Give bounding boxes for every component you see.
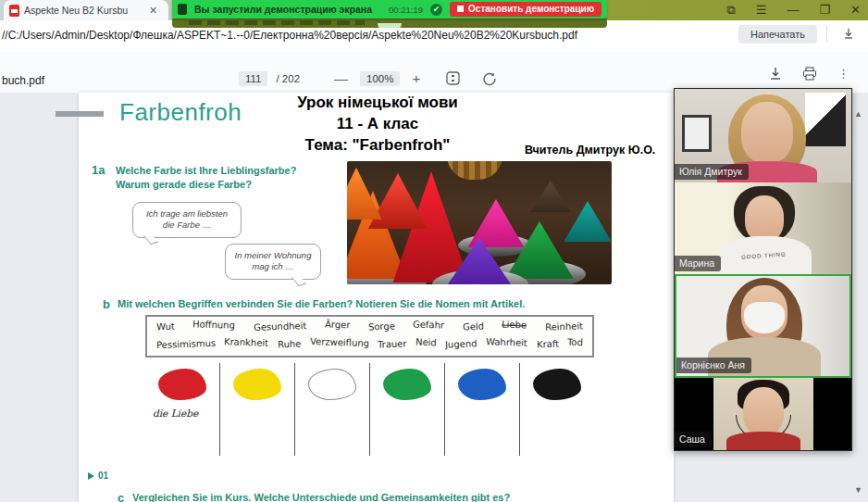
word-sorge: Sorge bbox=[368, 320, 395, 332]
word-box-row-2: PessimismusKrankheitRuheVerzweiflungTrau… bbox=[156, 338, 583, 356]
color-splat-4 bbox=[383, 369, 431, 400]
teacher-name: Вчитель Дмитрук Ю.О. bbox=[525, 144, 655, 157]
video-tile-yulia[interactable]: Юлія Дмитрук bbox=[675, 89, 851, 182]
tab-title: Aspekte Neu B2 Kursbu bbox=[24, 5, 144, 16]
close-window-icon[interactable]: ✕ bbox=[850, 2, 861, 19]
video-tile-sasha[interactable]: Саша bbox=[675, 378, 851, 450]
word-wut: Wut bbox=[156, 321, 175, 333]
speech-bubble-2: In meiner Wohnung mag ich … bbox=[225, 244, 321, 280]
pdf-favicon-icon bbox=[9, 5, 19, 17]
download-pdf-icon[interactable] bbox=[769, 67, 782, 81]
zoom-out-button[interactable]: — bbox=[330, 70, 352, 86]
color-column-1: die Liebe bbox=[145, 363, 220, 456]
exercise-1a-text: Welche Farbe ist Ihre Lieblingsfarbe? Wa… bbox=[116, 164, 338, 192]
download-page-icon[interactable] bbox=[842, 27, 855, 40]
word-pessimismus: Pessimismus bbox=[156, 338, 216, 350]
color-association-table: die Liebe bbox=[145, 363, 594, 456]
exercise-b-text: Mit welchen Begriffen verbinden Sie die … bbox=[118, 297, 617, 311]
word-hoffnung: Hoffnung bbox=[192, 319, 235, 331]
window-controls: ⧉ ☰ — ❐ ✕ bbox=[726, 2, 861, 19]
word-gesundheit: Gesundheit bbox=[254, 320, 307, 333]
zoom-in-button[interactable]: + bbox=[408, 70, 424, 86]
zoom-level[interactable]: 100% bbox=[360, 71, 400, 86]
security-shield-icon: ✔ bbox=[430, 4, 442, 16]
word-tod: Tod bbox=[567, 337, 583, 348]
video-tile-anya[interactable]: Корнієнко Аня bbox=[675, 274, 851, 378]
answer-example: die Liebe bbox=[153, 408, 198, 419]
minimize-icon[interactable]: — bbox=[787, 2, 799, 19]
participant-name: Марина bbox=[675, 256, 721, 271]
stop-icon bbox=[457, 6, 464, 12]
participants-panel: Юлія Дмитрук GOOD THING Марина Корнієнко… bbox=[674, 88, 852, 451]
exercise-c-text: Vergleichen Sie im Kurs. Welche Untersch… bbox=[132, 491, 632, 502]
color-column-2 bbox=[220, 363, 295, 456]
word-reinheit: Reinheit bbox=[545, 320, 583, 332]
color-splat-5 bbox=[458, 369, 506, 400]
holi-powder-photo bbox=[347, 161, 612, 284]
menu-icon[interactable]: ☰ bbox=[756, 2, 767, 19]
color-splat-2 bbox=[233, 369, 281, 400]
word-gefahr: Gefahr bbox=[413, 319, 444, 330]
url-text[interactable]: //C:/Users/Admin/Desktop/Флешка/ASPEKT~1… bbox=[2, 29, 577, 42]
speech-bubble-1: Ich trage am liebsten die Farbe … bbox=[132, 202, 242, 238]
participant-name: Саша bbox=[675, 432, 712, 447]
word-box: WutHoffnungGesundheitÄrgerSorgeGefahrGel… bbox=[145, 315, 594, 358]
word-ärger: Ärger bbox=[325, 320, 351, 331]
word-geld: Geld bbox=[463, 321, 484, 333]
pdf-page: Farbenfroh Урок німецької мови 11 - А кл… bbox=[79, 93, 674, 502]
print-pdf-icon[interactable] bbox=[802, 67, 817, 81]
pdf-toolbar: buch.pdf 111 / 202 — 100% + ⋮ bbox=[0, 52, 868, 93]
rotate-icon[interactable] bbox=[482, 71, 497, 86]
exercise-b-label: b bbox=[103, 297, 110, 311]
chapter-title: Farbenfroh bbox=[119, 98, 242, 127]
share-timer: 00:21:19 bbox=[389, 5, 423, 15]
page-total: / 202 bbox=[276, 73, 300, 84]
audio-track-marker[interactable]: 01 bbox=[88, 471, 108, 481]
more-options-icon[interactable]: ⋮ bbox=[837, 67, 849, 81]
pdf-filename: buch.pdf bbox=[2, 74, 44, 87]
color-splat-3 bbox=[308, 369, 356, 400]
print-button[interactable]: Напечатать bbox=[738, 25, 817, 44]
share-message: Вы запустили демонстрацию экрана bbox=[194, 4, 372, 15]
fit-page-icon[interactable] bbox=[445, 70, 461, 86]
word-verzweiflung: Verzweiflung bbox=[310, 336, 369, 348]
share-status-icon bbox=[178, 4, 187, 15]
word-neid: Neid bbox=[415, 337, 437, 348]
stop-sharing-button[interactable]: Остановить демонстрацию bbox=[450, 2, 601, 17]
word-trauer: Trauer bbox=[378, 338, 407, 349]
color-column-3 bbox=[295, 363, 370, 456]
word-krankheit: Krankheit bbox=[224, 336, 268, 348]
scroll-up-icon[interactable]: ▲ bbox=[854, 109, 862, 119]
chapter-marker-bar bbox=[56, 111, 104, 117]
lesson-title-overlay: Урок німецької мови 11 - А клас Тема: "F… bbox=[234, 93, 521, 157]
restore-icon[interactable]: ❐ bbox=[819, 2, 830, 19]
exercise-1a-label: 1a bbox=[92, 163, 105, 177]
screen-share-bar: Вы запустили демонстрацию экрана 00:21:1… bbox=[172, 0, 607, 19]
pdf-right-tools: ⋮ bbox=[769, 67, 849, 81]
play-icon bbox=[88, 472, 94, 480]
word-wahrheit: Wahrheit bbox=[486, 336, 527, 348]
close-tab-icon[interactable]: ✕ bbox=[149, 5, 157, 17]
participant-name: Корнієнко Аня bbox=[676, 358, 751, 373]
exercise-c-label: c bbox=[118, 491, 124, 502]
word-jugend: Jugend bbox=[445, 338, 477, 349]
tab-search-icon[interactable]: ⧉ bbox=[726, 2, 735, 19]
word-liebe: Liebe bbox=[502, 320, 527, 331]
color-splat-1 bbox=[158, 369, 206, 400]
face-mask bbox=[744, 302, 785, 333]
page-controls: 111 / 202 — 100% + bbox=[239, 70, 497, 86]
color-column-4 bbox=[370, 363, 445, 456]
color-splat-6 bbox=[533, 369, 581, 400]
word-ruhe: Ruhe bbox=[278, 339, 302, 350]
page-number-input[interactable]: 111 bbox=[239, 71, 267, 86]
video-tile-marina[interactable]: GOOD THING Марина bbox=[675, 182, 851, 274]
share-bar-secondary bbox=[172, 19, 607, 28]
collapse-handle[interactable] bbox=[378, 23, 402, 28]
word-box-row-1: WutHoffnungGesundheitÄrgerSorgeGefahrGel… bbox=[156, 320, 583, 338]
word-kraft: Kraft bbox=[536, 339, 558, 350]
color-column-6 bbox=[520, 363, 594, 456]
browser-tab[interactable]: Aspekte Neu B2 Kursbu ✕ bbox=[4, 0, 168, 20]
participant-name: Юлія Дмитрук bbox=[675, 164, 749, 180]
scroll-down-icon[interactable]: ▼ bbox=[854, 485, 862, 495]
color-column-5 bbox=[445, 363, 520, 456]
